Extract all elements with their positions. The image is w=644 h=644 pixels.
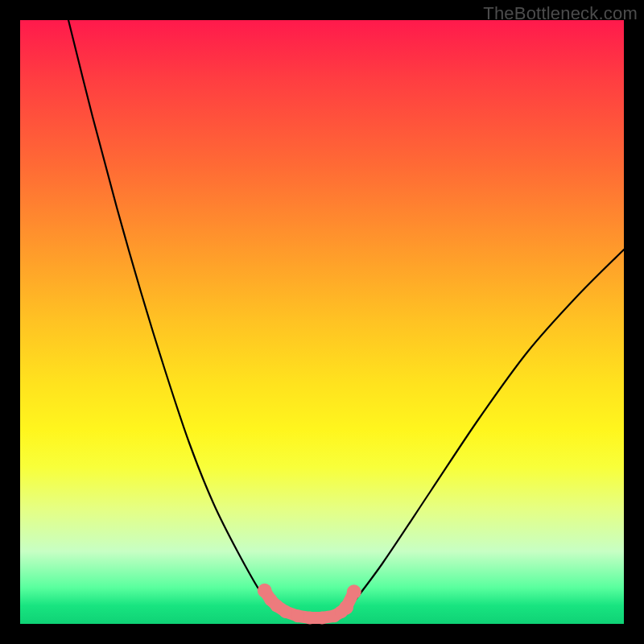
chart-frame: TheBottleneck.com	[0, 0, 644, 644]
valley-marker	[303, 612, 316, 625]
valley-marker	[279, 605, 292, 618]
plot-area	[20, 20, 624, 624]
curve-left-branch	[68, 20, 274, 606]
valley-markers	[258, 584, 361, 625]
valley-marker	[316, 612, 328, 625]
valley-marker	[291, 609, 304, 622]
valley-marker	[339, 601, 353, 615]
watermark-text: TheBottleneck.com	[483, 3, 638, 24]
valley-marker	[347, 584, 361, 599]
bottleneck-curve	[68, 20, 624, 619]
curve-layer	[20, 20, 624, 624]
curve-right-branch	[346, 250, 624, 612]
